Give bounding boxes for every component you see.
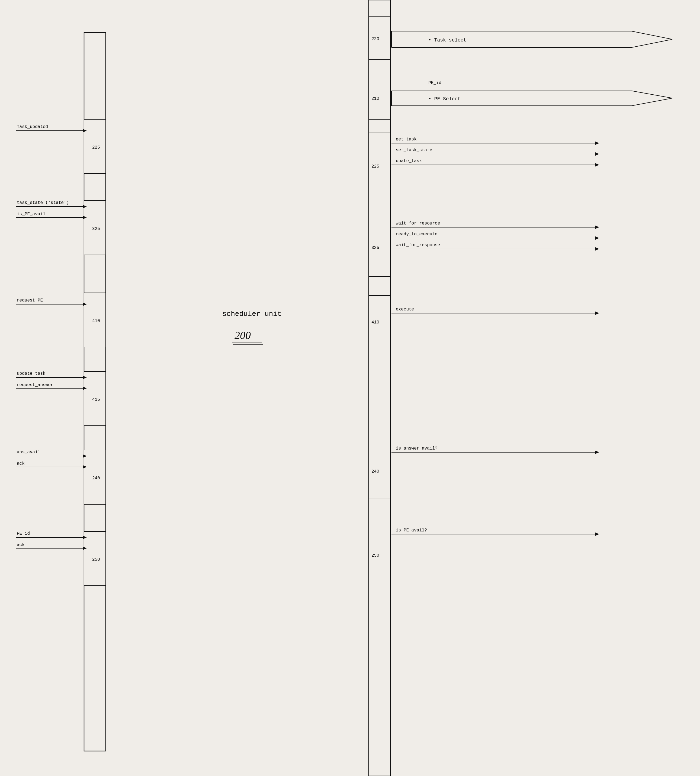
diagram-container: 225 325 410 415 240 250 220 210 225 325 … bbox=[0, 0, 700, 776]
svg-text:410: 410 bbox=[372, 320, 379, 325]
svg-line-69 bbox=[632, 98, 672, 106]
svg-text:upate_task: upate_task bbox=[396, 159, 422, 164]
svg-text:update_task: update_task bbox=[17, 371, 45, 376]
svg-text:PE_id: PE_id bbox=[428, 80, 442, 85]
svg-text:PE_id: PE_id bbox=[17, 531, 30, 536]
svg-text:get_task: get_task bbox=[396, 137, 417, 142]
svg-marker-87 bbox=[595, 247, 599, 250]
svg-text:200: 200 bbox=[235, 329, 251, 341]
svg-text:220: 220 bbox=[372, 37, 379, 42]
svg-marker-72 bbox=[595, 142, 599, 145]
svg-text:is_PE_avail: is_PE_avail bbox=[17, 212, 45, 217]
svg-marker-78 bbox=[595, 163, 599, 167]
svg-text:325: 325 bbox=[372, 245, 379, 250]
svg-text:250: 250 bbox=[92, 557, 100, 562]
svg-text:• Task select: • Task select bbox=[428, 37, 466, 43]
svg-text:set_task_state: set_task_state bbox=[396, 148, 432, 153]
svg-line-62 bbox=[632, 39, 672, 47]
svg-marker-96 bbox=[595, 532, 599, 536]
svg-text:ready_to_execute: ready_to_execute bbox=[396, 232, 438, 237]
svg-text:225: 225 bbox=[92, 145, 100, 150]
svg-marker-75 bbox=[595, 152, 599, 156]
svg-text:ans_avail: ans_avail bbox=[17, 450, 40, 455]
svg-text:is answer_avail?: is answer_avail? bbox=[396, 446, 438, 451]
svg-text:325: 325 bbox=[92, 226, 100, 231]
svg-text:415: 415 bbox=[92, 397, 100, 402]
svg-text:scheduler unit: scheduler unit bbox=[222, 310, 282, 318]
svg-text:ack: ack bbox=[17, 461, 25, 466]
diagram-svg: 225 325 410 415 240 250 220 210 225 325 … bbox=[0, 0, 700, 776]
svg-text:task_state ('state'): task_state ('state') bbox=[17, 200, 69, 205]
svg-text:225: 225 bbox=[372, 164, 379, 169]
svg-text:request_PE: request_PE bbox=[17, 298, 43, 303]
svg-text:250: 250 bbox=[372, 553, 379, 558]
svg-marker-81 bbox=[595, 225, 599, 229]
svg-text:wait_for_resource: wait_for_resource bbox=[396, 221, 440, 226]
svg-text:request_answer: request_answer bbox=[17, 382, 53, 387]
svg-marker-84 bbox=[595, 237, 599, 240]
svg-text:210: 210 bbox=[372, 96, 379, 101]
svg-text:execute: execute bbox=[396, 307, 414, 312]
svg-text:is_PE_avail?: is_PE_avail? bbox=[396, 528, 427, 533]
svg-marker-90 bbox=[595, 312, 599, 315]
svg-text:240: 240 bbox=[92, 476, 100, 481]
svg-line-68 bbox=[632, 91, 672, 98]
svg-text:• PE Select: • PE Select bbox=[428, 96, 461, 102]
svg-text:wait_for_response: wait_for_response bbox=[396, 243, 440, 247]
svg-marker-93 bbox=[595, 451, 599, 454]
svg-line-61 bbox=[632, 31, 672, 39]
svg-text:ack: ack bbox=[17, 542, 25, 547]
svg-text:410: 410 bbox=[92, 319, 100, 324]
svg-text:240: 240 bbox=[372, 469, 379, 474]
svg-text:Task_updated: Task_updated bbox=[17, 124, 48, 129]
